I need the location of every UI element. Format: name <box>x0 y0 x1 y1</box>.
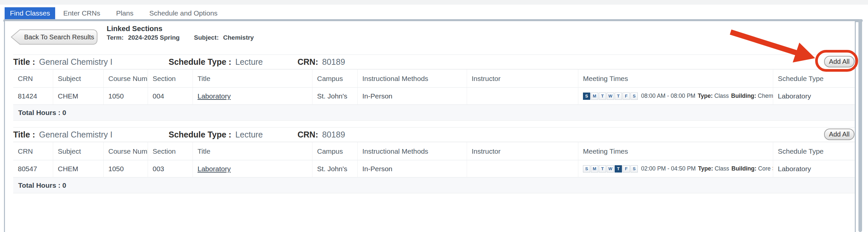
col-header-course-number: Course Number <box>103 142 148 160</box>
day-box-saturday: S <box>630 92 638 100</box>
meeting-time-range: 08:00 AM - 08:00 PM <box>641 92 695 99</box>
total-hours-label: Total Hours : 0 <box>18 181 66 190</box>
meeting-time-range: 02:00 PM - 04:50 PM <box>641 165 695 172</box>
cell-course-number: 1050 <box>103 160 148 177</box>
col-header-schedule-type: Schedule Type <box>773 142 855 160</box>
title-value: General Chemistry I <box>39 57 112 67</box>
section-title-row: Title : General Chemistry I Schedule Typ… <box>13 55 855 69</box>
cell-crn: 80547 <box>13 160 53 177</box>
page-title: Linked Sections <box>107 25 162 33</box>
tab-plans[interactable]: Plans <box>108 7 142 19</box>
meeting-days: S M T W T F S <box>583 165 638 173</box>
title-value: General Chemistry I <box>39 130 112 140</box>
cell-title: Laboratory <box>192 88 312 105</box>
day-box-saturday: S <box>630 165 638 173</box>
registration-tabbar: Find Classes Enter CRNs Plans Schedule a… <box>5 7 225 19</box>
meeting-type-value: Class <box>715 165 729 172</box>
cell-campus: St. John's <box>312 160 358 177</box>
top-strip <box>0 0 868 5</box>
course-title-link[interactable]: Laboratory <box>197 92 230 100</box>
col-header-section: Section <box>148 69 192 88</box>
vertical-scrollbar[interactable] <box>859 19 862 232</box>
course-title-link[interactable]: Laboratory <box>197 165 230 173</box>
cell-schedule-type: Laboratory <box>773 88 855 105</box>
col-header-instructor: Instructor <box>467 69 578 88</box>
linked-sections-table: CRN Subject Course Number Section Title … <box>13 69 855 105</box>
col-header-meeting-times: Meeting Times <box>578 69 773 88</box>
total-hours-label: Total Hours : 0 <box>18 109 66 117</box>
cell-campus: St. John's <box>312 88 358 105</box>
col-header-subject: Subject <box>53 142 103 160</box>
col-header-title: Title <box>192 142 312 160</box>
back-to-search-results-button[interactable]: Back To Search Results <box>10 28 100 46</box>
meeting-type-label: Type: <box>698 165 713 172</box>
col-header-meeting-times: Meeting Times <box>578 142 773 160</box>
schedule-type-label: Schedule Type : <box>169 57 231 67</box>
col-header-crn: CRN <box>13 142 53 160</box>
linked-sections-panel <box>4 21 856 232</box>
col-header-crn: CRN <box>13 69 53 88</box>
col-header-section: Section <box>148 142 192 160</box>
col-header-title: Title <box>192 69 312 88</box>
meeting-building-label: Building: <box>732 165 757 172</box>
tab-enter-crns[interactable]: Enter CRNs <box>55 7 108 19</box>
col-header-campus: Campus <box>312 69 358 88</box>
col-header-campus: Campus <box>312 142 358 160</box>
day-box-thursday: T <box>615 165 622 173</box>
schedule-type-value: Lecture <box>235 57 262 67</box>
meeting-building-value: Chemistry - I <box>758 92 773 99</box>
title-label: Title : <box>13 130 35 140</box>
add-all-button[interactable]: Add All <box>824 128 855 140</box>
crn-value: 80189 <box>322 57 345 67</box>
crn-label: CRN: <box>298 130 318 140</box>
col-header-schedule-type: Schedule Type <box>773 69 855 88</box>
day-box-friday: F <box>623 165 630 173</box>
term-value: 2024-2025 Spring <box>128 34 180 41</box>
day-box-monday: M <box>591 92 598 100</box>
col-header-instructional-methods: Instructional Methods <box>358 69 467 88</box>
meeting-days: S M T W T F S <box>583 92 638 100</box>
col-header-instructor: Instructor <box>467 142 578 160</box>
cell-instructor <box>467 160 578 177</box>
meeting-building-label: Building: <box>731 92 756 99</box>
total-hours-row: Total Hours : 0 <box>13 177 855 193</box>
schedule-type-value: Lecture <box>235 130 262 140</box>
cell-section: 004 <box>148 88 192 105</box>
cell-course-number: 1050 <box>103 88 148 105</box>
col-header-instructional-methods: Instructional Methods <box>358 142 467 160</box>
day-box-sunday: S <box>583 165 590 173</box>
schedule-type-label: Schedule Type : <box>169 130 231 140</box>
cell-instructional-methods: In-Person <box>358 160 467 177</box>
cell-meeting-times: S M T W T F S 08:00 AM - 08:00 PM Type: … <box>578 88 773 105</box>
tab-find-classes[interactable]: Find Classes <box>5 7 55 19</box>
cell-instructional-methods: In-Person <box>358 88 467 105</box>
crn-label: CRN: <box>298 57 318 67</box>
day-box-thursday: T <box>615 92 622 100</box>
cell-title: Laboratory <box>192 160 312 177</box>
cell-section: 003 <box>148 160 192 177</box>
total-hours-row: Total Hours : 0 <box>13 105 855 121</box>
tab-schedule-and-options[interactable]: Schedule and Options <box>142 7 225 19</box>
cell-subject: CHEM <box>53 160 103 177</box>
crn-value: 80189 <box>322 130 345 140</box>
day-box-tuesday: T <box>599 92 606 100</box>
meeting-type-value: Class <box>714 92 729 99</box>
day-box-friday: F <box>623 92 630 100</box>
day-box-monday: M <box>591 165 598 173</box>
day-box-tuesday: T <box>599 165 606 173</box>
day-box-wednesday: W <box>607 92 614 100</box>
subject-value: Chemistry <box>223 34 254 41</box>
day-box-sunday: S <box>583 92 590 100</box>
meeting-building-value: Core Scienc <box>758 165 773 172</box>
add-all-button[interactable]: Add All <box>824 56 855 67</box>
col-header-subject: Subject <box>53 69 103 88</box>
title-label: Title : <box>13 57 35 67</box>
back-button-label: Back To Search Results <box>21 28 97 46</box>
col-header-course-number: Course Number <box>103 69 148 88</box>
subject-label: Subject: <box>194 34 219 41</box>
day-box-wednesday: W <box>607 165 614 173</box>
linked-section-block-2: Title : General Chemistry I Schedule Typ… <box>5 127 855 193</box>
section-title-row: Title : General Chemistry I Schedule Typ… <box>13 127 855 142</box>
term-label: Term: <box>107 34 124 41</box>
linked-section-block-1: Title : General Chemistry I Schedule Typ… <box>5 55 855 121</box>
